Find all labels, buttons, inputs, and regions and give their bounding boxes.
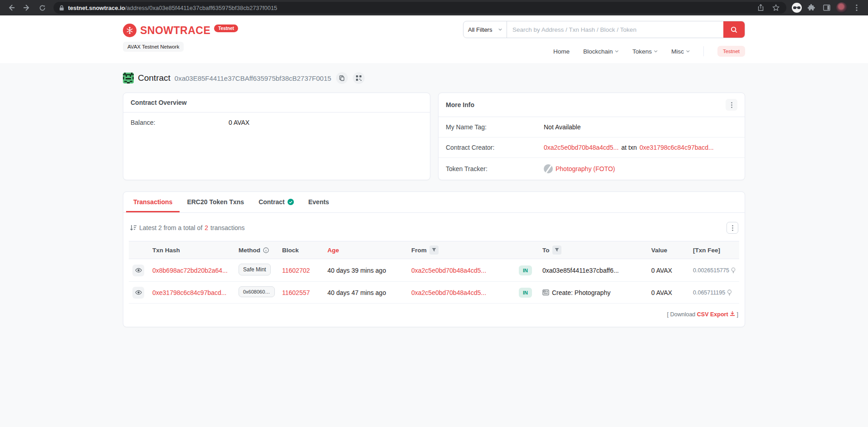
transactions-options-button[interactable] bbox=[727, 222, 738, 234]
sort-descending-icon bbox=[130, 225, 137, 231]
snowtrace-logo-icon[interactable] bbox=[123, 24, 137, 37]
to-address: 0xa03e85f4411e37cbaff6... bbox=[542, 267, 619, 274]
block-link[interactable]: 11602557 bbox=[282, 289, 310, 296]
brand-name[interactable]: SNOWTRACE bbox=[140, 24, 210, 37]
txn-hash-link[interactable]: 0x8b698ac72bd20b2a64... bbox=[152, 267, 228, 274]
table-header-row: Txn Hash Method Block Age From To Value bbox=[129, 241, 739, 259]
header-to-label: To bbox=[542, 247, 550, 254]
tab-events-label: Events bbox=[308, 198, 329, 206]
page-title: Contract bbox=[138, 73, 171, 83]
download-icon bbox=[730, 311, 735, 316]
forward-arrow-icon bbox=[23, 4, 30, 11]
gas-lightbulb-icon[interactable] bbox=[727, 290, 732, 296]
from-address-link[interactable]: 0xa2c5e0bd70b48a4cd5... bbox=[411, 267, 486, 274]
nav-misc-label: Misc bbox=[671, 48, 684, 55]
creator-address-link[interactable]: 0xa2c5e0bd70b48a4cd5... bbox=[544, 144, 619, 151]
share-icon bbox=[757, 4, 764, 11]
header-eye-col bbox=[129, 241, 149, 259]
qr-code-icon bbox=[356, 75, 361, 81]
side-panel-icon bbox=[823, 4, 830, 11]
txn-value: 0 AVAX bbox=[651, 267, 672, 274]
eye-icon bbox=[135, 268, 142, 273]
copy-address-button[interactable] bbox=[336, 72, 348, 84]
url-domain: testnet.snowtrace.io bbox=[68, 5, 125, 11]
tab-contract[interactable]: Contract bbox=[251, 192, 301, 212]
header-txn-hash-label: Txn Hash bbox=[152, 247, 180, 254]
goggles-icon bbox=[793, 5, 800, 10]
to-contract-label: Create: Photography bbox=[552, 289, 610, 296]
verified-check-icon bbox=[288, 199, 294, 205]
contract-creator-label: Contract Creator: bbox=[446, 144, 544, 151]
nav-testnet-button[interactable]: Testnet bbox=[717, 46, 745, 57]
creator-txn-link[interactable]: 0xe31798c6c84c97bacd... bbox=[639, 144, 713, 151]
nav-tokens[interactable]: Tokens bbox=[632, 48, 658, 55]
from-address-link[interactable]: 0xa2c5e0bd70b48a4cd5... bbox=[411, 289, 486, 296]
browser-profile-avatar[interactable] bbox=[836, 2, 847, 13]
token-tracker-link[interactable]: Photography (FOTO) bbox=[556, 165, 615, 172]
contract-create-icon bbox=[542, 290, 549, 295]
from-filter-button[interactable] bbox=[429, 245, 439, 255]
chevron-down-icon bbox=[654, 49, 658, 53]
tab-transactions[interactable]: Transactions bbox=[126, 192, 180, 212]
search-input[interactable] bbox=[507, 21, 723, 38]
balance-value: 0 AVAX bbox=[229, 119, 249, 126]
qr-code-button[interactable] bbox=[353, 72, 365, 84]
nav-tokens-label: Tokens bbox=[632, 48, 652, 55]
nav-misc[interactable]: Misc bbox=[671, 48, 690, 55]
browser-reload-button[interactable] bbox=[36, 2, 48, 14]
method-badge: Safe Mint bbox=[239, 264, 271, 275]
browser-sidepanel-button[interactable] bbox=[821, 2, 833, 14]
gas-lightbulb-icon[interactable] bbox=[731, 267, 736, 274]
search-button[interactable] bbox=[723, 21, 745, 38]
transactions-summary-row: Latest 2 from a total of 2 transactions bbox=[129, 213, 739, 241]
page-body: Contract 0xa03E85F4411e37CBAff635975bf38… bbox=[0, 63, 868, 327]
browser-menu-button[interactable] bbox=[851, 2, 863, 14]
header-direction-col bbox=[515, 241, 539, 259]
csv-export-link[interactable]: CSV Export bbox=[697, 311, 728, 318]
txn-fee: 0.065711195 bbox=[693, 290, 725, 296]
header-age[interactable]: Age bbox=[324, 241, 408, 259]
txn-value: 0 AVAX bbox=[651, 289, 672, 296]
transaction-row: 0x8b698ac72bd20b2a64... Safe Mint 116027… bbox=[129, 259, 739, 282]
browser-extensions-button[interactable] bbox=[805, 2, 817, 14]
chevron-down-icon bbox=[498, 28, 502, 31]
browser-extension-button[interactable] bbox=[792, 3, 802, 13]
browser-back-button[interactable] bbox=[5, 2, 17, 14]
method-badge: 0x60806040 bbox=[239, 286, 275, 297]
preview-txn-button[interactable] bbox=[132, 265, 144, 276]
url-text: testnet.snowtrace.io/address/0xa03e85f44… bbox=[68, 5, 277, 11]
address-bar[interactable]: testnet.snowtrace.io/address/0xa03e85f44… bbox=[54, 2, 786, 14]
tab-erc20-token-txns[interactable]: ERC20 Token Txns bbox=[180, 192, 251, 212]
preview-txn-button[interactable] bbox=[132, 287, 144, 299]
info-icon[interactable] bbox=[263, 247, 269, 253]
address-blockie-avatar bbox=[123, 73, 134, 83]
page-title-row: Contract 0xa03E85F4411e37CBAff635975bf38… bbox=[123, 70, 745, 85]
nav-home[interactable]: Home bbox=[553, 48, 570, 55]
header-txn-hash: Txn Hash bbox=[149, 241, 235, 259]
header-block: Block bbox=[278, 241, 324, 259]
header-value: Value bbox=[648, 241, 689, 259]
browser-forward-button[interactable] bbox=[21, 2, 33, 14]
chevron-down-icon bbox=[615, 49, 619, 53]
nav-divider bbox=[703, 46, 704, 56]
search-filter-select[interactable]: All Filters bbox=[463, 21, 507, 38]
name-tag-row: My Name Tag: Not Available bbox=[439, 117, 745, 137]
browser-share-button[interactable] bbox=[755, 2, 766, 14]
more-info-options-button[interactable] bbox=[726, 99, 737, 111]
tab-bar: Transactions ERC20 Token Txns Contract E… bbox=[123, 192, 745, 213]
browser-bookmark-button[interactable] bbox=[770, 2, 782, 14]
nav-blockchain[interactable]: Blockchain bbox=[583, 48, 619, 55]
to-filter-button[interactable] bbox=[552, 245, 561, 255]
back-arrow-icon bbox=[8, 4, 15, 11]
search-filter-label: All Filters bbox=[468, 26, 492, 33]
url-path: /address/0xa03e85f4411e37cbaff635975bf38… bbox=[125, 5, 278, 11]
brand-block: SNOWTRACE Testnet AVAX Testnet Network bbox=[123, 21, 238, 57]
transactions-table: Txn Hash Method Block Age From To Value bbox=[129, 241, 739, 304]
header-from-label: From bbox=[411, 247, 427, 254]
txn-fee: 0.0026515775 bbox=[693, 267, 729, 274]
block-link[interactable]: 11602702 bbox=[282, 267, 310, 274]
txn-hash-link[interactable]: 0xe31798c6c84c97bacd... bbox=[152, 289, 226, 296]
kebab-menu-icon bbox=[732, 225, 733, 231]
overview-title: Contract Overview bbox=[131, 99, 187, 106]
tab-events[interactable]: Events bbox=[301, 192, 336, 212]
